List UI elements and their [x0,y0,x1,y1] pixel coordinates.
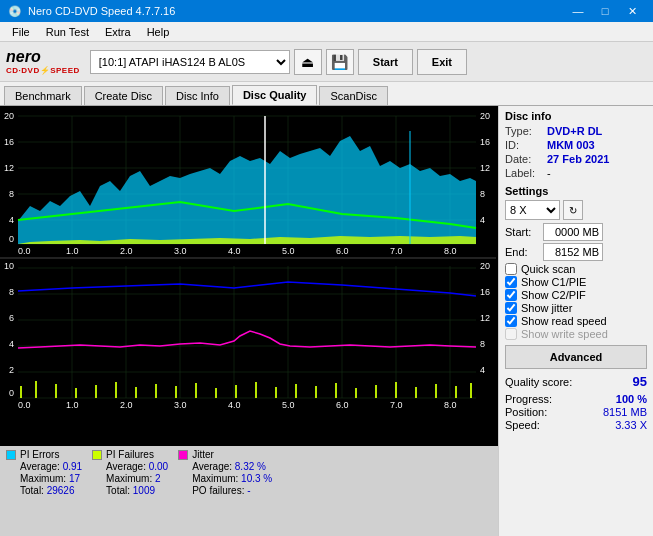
drive-select[interactable]: [10:1] ATAPI iHAS124 B AL0S [90,50,290,74]
tab-disc-quality[interactable]: Disc Quality [232,85,318,105]
svg-rect-96 [455,386,457,398]
svg-rect-77 [75,388,77,398]
show-c2pif-checkbox[interactable] [505,289,517,301]
quality-score-row: Quality score: 95 [505,374,647,389]
speed-select[interactable]: 8 X Max 4 X [505,200,560,220]
toolbar: nero CD·DVD⚡SPEED [10:1] ATAPI iHAS124 B… [0,42,653,82]
charts-area: 20 16 12 8 4 0 20 16 12 8 4 0.0 1.0 2.0 … [0,106,498,446]
svg-rect-79 [115,382,117,398]
quick-scan-checkbox[interactable] [505,263,517,275]
save-button[interactable]: 💾 [326,49,354,75]
menu-file[interactable]: File [4,24,38,40]
end-input[interactable] [543,243,603,261]
svg-text:16: 16 [480,287,490,297]
position-label: Position: [505,406,547,418]
logo: nero CD·DVD⚡SPEED [6,48,80,75]
svg-rect-75 [35,381,37,398]
quick-scan-row: Quick scan [505,263,647,275]
position-value: 8151 MB [603,406,647,418]
svg-text:8: 8 [9,189,14,199]
jitter-maximum: Maximum: 10.3 % [192,473,272,484]
svg-text:7.0: 7.0 [390,246,403,256]
jitter-po-failures: PO failures: - [192,485,272,496]
svg-text:2.0: 2.0 [120,246,133,256]
svg-text:12: 12 [4,163,14,173]
show-read-speed-label: Show read speed [521,315,607,327]
jitter-average: Average: 8.32 % [192,461,272,472]
legend-jitter: Jitter Average: 8.32 % Maximum: 10.3 % P… [178,449,272,496]
maximize-button[interactable]: □ [592,2,618,20]
tab-create-disc[interactable]: Create Disc [84,86,163,105]
svg-text:12: 12 [480,313,490,323]
app-icon: 💿 [8,5,22,18]
svg-text:2: 2 [9,365,14,375]
disc-date-row: Date: 27 Feb 2021 [505,153,647,165]
svg-rect-80 [135,387,137,398]
tab-disc-info[interactable]: Disc Info [165,86,230,105]
svg-text:1.0: 1.0 [66,400,79,410]
svg-rect-97 [470,383,472,398]
chart-svg: 20 16 12 8 4 0 20 16 12 8 4 0.0 1.0 2.0 … [0,106,498,446]
tab-scan-disc[interactable]: ScanDisc [319,86,387,105]
eject-button[interactable]: ⏏ [294,49,322,75]
menu-extra[interactable]: Extra [97,24,139,40]
svg-text:3.0: 3.0 [174,400,187,410]
advanced-button[interactable]: Advanced [505,345,647,369]
progress-row: Progress: 100 % [505,393,647,405]
svg-rect-84 [215,388,217,398]
tabs: Benchmark Create Disc Disc Info Disc Qua… [0,82,653,106]
show-jitter-label: Show jitter [521,302,572,314]
svg-rect-82 [175,386,177,398]
menu-run-test[interactable]: Run Test [38,24,97,40]
start-mb-row: Start: [505,223,647,241]
svg-rect-94 [415,387,417,398]
legend-area: PI Errors Average: 0.91 Maximum: 17 Tota… [0,446,498,536]
title-bar-controls: — □ ✕ [565,2,645,20]
speed-label: Speed: [505,419,540,431]
show-jitter-checkbox[interactable] [505,302,517,314]
close-button[interactable]: ✕ [619,2,645,20]
start-button[interactable]: Start [358,49,413,75]
svg-rect-0 [0,106,498,446]
quick-scan-label: Quick scan [521,263,575,275]
svg-text:6.0: 6.0 [336,400,349,410]
label-value: - [547,167,551,179]
svg-text:20: 20 [480,261,490,271]
svg-rect-87 [275,387,277,398]
show-c2pif-label: Show C2/PIF [521,289,586,301]
menu-bar: File Run Test Extra Help [0,22,653,42]
svg-rect-78 [95,385,97,398]
svg-text:20: 20 [480,111,490,121]
settings-title: Settings [505,185,647,197]
pi-failures-color [92,450,102,460]
show-c1pie-checkbox[interactable] [505,276,517,288]
date-label: Date: [505,153,547,165]
tab-benchmark[interactable]: Benchmark [4,86,82,105]
svg-text:0: 0 [9,388,14,398]
exit-button[interactable]: Exit [417,49,467,75]
pi-failures-maximum: Maximum: 2 [106,473,168,484]
minimize-button[interactable]: — [565,2,591,20]
pi-errors-label: PI Errors [20,449,59,460]
pi-errors-maximum: Maximum: 17 [20,473,82,484]
svg-text:8: 8 [480,339,485,349]
main-content: 20 16 12 8 4 0 20 16 12 8 4 0.0 1.0 2.0 … [0,106,653,536]
date-value: 27 Feb 2021 [547,153,609,165]
pi-failures-label: PI Failures [106,449,154,460]
svg-rect-91 [355,388,357,398]
start-input[interactable] [543,223,603,241]
show-read-speed-checkbox[interactable] [505,315,517,327]
end-mb-row: End: [505,243,647,261]
svg-text:8.0: 8.0 [444,246,457,256]
menu-help[interactable]: Help [139,24,178,40]
pi-errors-total: Total: 29626 [20,485,82,496]
svg-text:16: 16 [4,137,14,147]
show-write-speed-checkbox[interactable] [505,328,517,340]
refresh-button[interactable]: ↻ [563,200,583,220]
svg-rect-90 [335,383,337,398]
svg-text:0.0: 0.0 [18,246,31,256]
show-c1pie-row: Show C1/PIE [505,276,647,288]
svg-rect-89 [315,386,317,398]
pi-failures-total: Total: 1009 [106,485,168,496]
svg-rect-92 [375,385,377,398]
